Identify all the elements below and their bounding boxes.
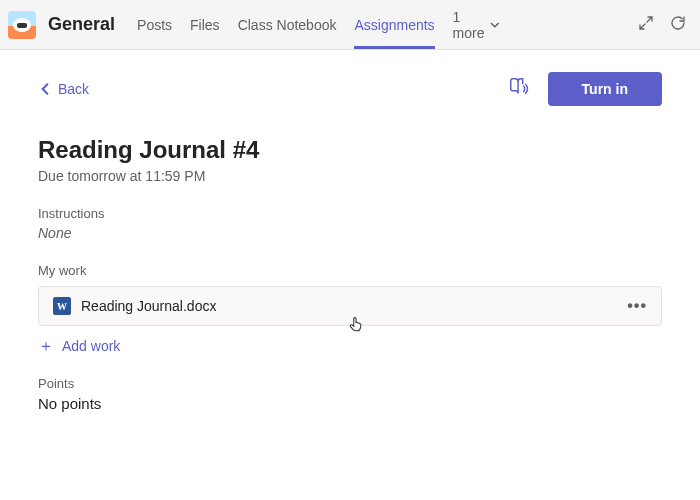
chevron-down-icon [489,19,501,31]
file-name: Reading Journal.docx [81,298,216,314]
content: Back Turn in Reading Journal #4 Due tomo… [0,50,700,422]
tabs: Posts Files Class Notebook Assignments 1… [137,0,500,49]
topbar-actions [638,15,686,35]
word-file-icon [53,297,71,315]
instructions-label: Instructions [38,206,662,221]
tab-more[interactable]: 1 more [453,9,501,41]
assignment-title: Reading Journal #4 [38,136,662,164]
back-button[interactable]: Back [38,81,89,97]
channel-name: General [48,14,115,35]
add-work-label: Add work [62,338,120,354]
file-attachment[interactable]: Reading Journal.docx ••• [38,286,662,326]
team-avatar [8,11,36,39]
turn-in-button[interactable]: Turn in [548,72,662,106]
refresh-icon[interactable] [670,15,686,35]
tab-files[interactable]: Files [190,0,220,49]
topbar: General Posts Files Class Notebook Assig… [0,0,700,50]
instructions-value: None [38,225,662,241]
assignment-due: Due tomorrow at 11:59 PM [38,168,662,184]
cursor-hand-icon [347,315,365,337]
plus-icon: ＋ [38,338,54,354]
tab-assignments[interactable]: Assignments [354,0,434,49]
immersive-reader-button[interactable] [508,76,530,102]
my-work-label: My work [38,263,662,278]
points-label: Points [38,376,662,391]
header-row: Back Turn in [38,72,662,106]
chevron-left-icon [38,82,52,96]
tab-more-label: 1 more [453,9,485,41]
add-work-button[interactable]: ＋ Add work [38,338,662,354]
back-label: Back [58,81,89,97]
tab-class-notebook[interactable]: Class Notebook [238,0,337,49]
points-value: No points [38,395,662,412]
immersive-reader-icon [508,76,530,98]
tab-posts[interactable]: Posts [137,0,172,49]
file-more-button[interactable]: ••• [627,297,647,315]
popout-icon[interactable] [638,15,654,35]
